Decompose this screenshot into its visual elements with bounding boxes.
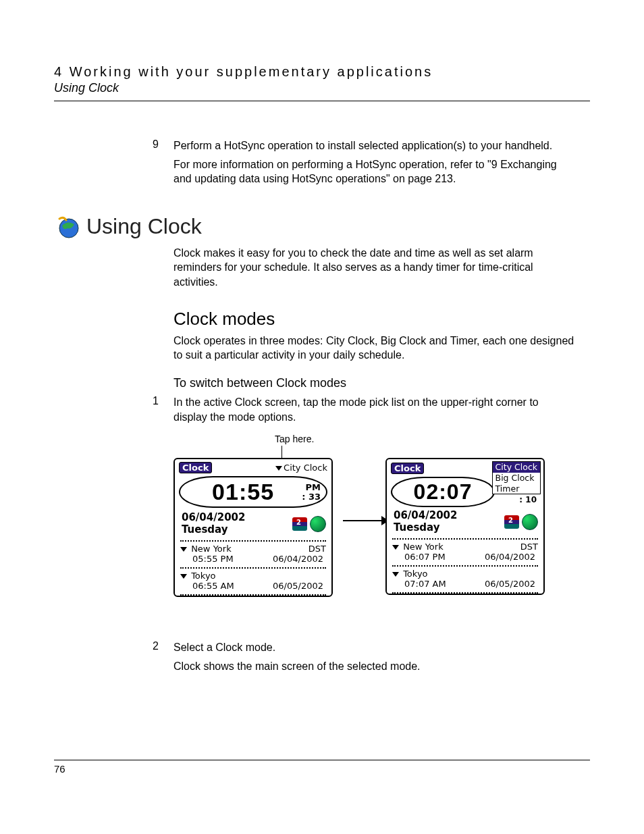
date-value: 06/04/2002 [394, 510, 457, 521]
seconds-label: : 33 [302, 492, 321, 502]
step-text: In the active Clock screen, tap the mode… [173, 395, 565, 424]
step-text: Clock shows the main screen of the selec… [173, 659, 421, 674]
chevron-down-icon [392, 572, 399, 577]
dst-label: DST [308, 544, 326, 554]
divider [392, 565, 538, 567]
app-title-badge: Clock [179, 462, 212, 473]
chevron-down-icon [392, 545, 399, 550]
city-picklist[interactable]: Tokyo [392, 569, 428, 579]
section-intro: Clock makes it easy for you to check the… [173, 246, 579, 290]
page-number: 76 [54, 763, 590, 775]
step-text: For more information on performing a Hot… [173, 157, 565, 186]
chapter-subtitle: Using Clock [54, 81, 590, 95]
city-time: 05:55 PM [192, 554, 234, 564]
city-row: New York DST 06:07 PM 06/04/2002 [387, 542, 543, 563]
subsection-title: Clock modes [173, 307, 579, 331]
city-time: 06:55 AM [192, 581, 234, 591]
step-2: 2 Select a Clock mode. Clock shows the m… [54, 640, 590, 673]
section-title: Using Clock [86, 214, 202, 239]
page: 4 Working with your supplementary applic… [0, 0, 644, 674]
divider [392, 592, 538, 594]
chevron-down-icon [180, 547, 187, 552]
mode-menu-item[interactable]: City Clock [493, 462, 540, 473]
city-picklist[interactable]: New York [180, 544, 232, 554]
globe-icon [54, 213, 81, 240]
mode-picklist[interactable]: City Clock [275, 463, 327, 473]
callout-label: Tap here. [275, 434, 314, 444]
city-date: 06/05/2002 [485, 579, 535, 589]
step-text: Select a Clock mode. [173, 640, 421, 655]
step-number: 9 [54, 138, 173, 186]
city-row: Tokyo 07:07 AM 06/05/2002 [387, 569, 543, 590]
step-number: 1 [54, 395, 173, 424]
globe-icon[interactable] [310, 516, 326, 532]
step-9: 9 Perform a HotSync operation to install… [54, 138, 590, 186]
subsection-intro: Clock operates in three modes: City Cloc… [173, 334, 579, 363]
city-time: 07:07 AM [404, 579, 446, 589]
time-value: 02:07 [396, 479, 489, 504]
city-time: 06:07 PM [404, 552, 446, 562]
divider [180, 567, 326, 569]
calendar-icon[interactable] [292, 517, 307, 531]
screenshot-left: Clock City Clock 01:55 PM : 33 06/04/200… [173, 458, 333, 597]
figure: Tap here. Clock City Clock 01:55 PM : 33 [173, 438, 590, 627]
mode-label: City Clock [284, 463, 327, 473]
chevron-down-icon [275, 466, 282, 471]
date-value: 06/04/2002 [182, 512, 245, 523]
page-footer: 76 [54, 754, 590, 775]
mode-menu[interactable]: City Clock Big Clock Timer [492, 461, 541, 494]
header-rule [54, 101, 590, 101]
ampm-label: PM [302, 483, 321, 492]
city-row: Tokyo 06:55 AM 06/05/2002 [175, 571, 331, 592]
procedure-title: To switch between Clock modes [173, 375, 579, 391]
chapter-title: 4 Working with your supplementary applic… [54, 64, 590, 80]
dst-label: DST [520, 542, 538, 552]
arrow-line [343, 520, 383, 521]
step-number: 2 [54, 640, 173, 673]
mode-menu-item[interactable]: Timer [493, 484, 540, 494]
city-picklist[interactable]: Tokyo [180, 571, 216, 581]
dow-value: Tuesday [394, 522, 457, 533]
calendar-icon[interactable] [504, 515, 519, 529]
city-row: New York DST 05:55 PM 06/04/2002 [175, 544, 331, 565]
section-heading-row: Using Clock [54, 213, 590, 240]
divider [180, 540, 326, 542]
globe-icon[interactable] [522, 514, 538, 530]
time-display: 02:07 [391, 477, 495, 507]
mode-menu-item[interactable]: Big Clock [493, 473, 540, 484]
time-value: 01:55 [184, 479, 302, 505]
step-text: Perform a HotSync operation to install s… [173, 138, 565, 153]
step-1: 1 In the active Clock screen, tap the mo… [54, 395, 590, 424]
app-title-badge: Clock [391, 463, 424, 474]
divider [180, 594, 326, 596]
city-date: 06/05/2002 [273, 581, 323, 591]
city-picklist[interactable]: New York [392, 542, 444, 552]
chevron-down-icon [180, 574, 187, 579]
time-display: 01:55 PM : 33 [179, 476, 327, 508]
dow-value: Tuesday [182, 524, 245, 536]
screenshot-right: Clock City Clock Big Clock Timer 02:07 :… [385, 458, 545, 595]
divider [392, 538, 538, 540]
city-date: 06/04/2002 [273, 554, 323, 564]
city-date: 06/04/2002 [485, 552, 535, 562]
